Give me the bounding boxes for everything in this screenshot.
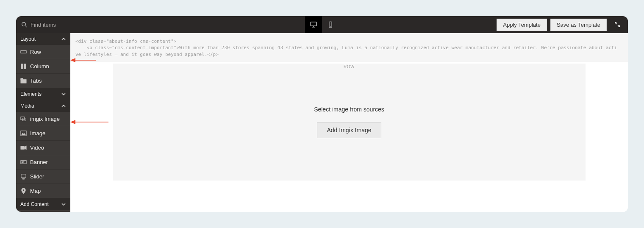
map-pin-icon [20, 188, 27, 194]
viewport-mobile-button[interactable] [322, 16, 339, 33]
search-icon [21, 22, 27, 28]
row-label: ROW [113, 64, 586, 70]
row-icon [20, 49, 27, 55]
section-media[interactable]: Media [16, 100, 70, 112]
banner-icon [20, 159, 27, 165]
sidebar-item-label: Row [30, 49, 41, 55]
chevron-down-icon [61, 202, 66, 207]
section-label: Elements [20, 91, 42, 97]
desktop-icon [310, 21, 317, 28]
video-icon [20, 145, 27, 151]
svg-marker-19 [25, 146, 26, 150]
column-icon [20, 63, 27, 70]
svg-point-26 [24, 178, 25, 179]
code-line: <div class="about-info cms-content"> [75, 39, 176, 44]
annotation-arrow-icon [70, 118, 108, 126]
viewport-desktop-button[interactable] [305, 16, 322, 33]
svg-rect-13 [21, 78, 23, 80]
page-builder-app: Apply Template Save as Template Layout R… [16, 16, 628, 212]
toolbar: Apply Template Save as Template [16, 16, 628, 33]
sidebar-item-column[interactable]: Column [16, 59, 70, 74]
section-label: Layout [20, 36, 36, 42]
html-code-block[interactable]: <div class="about-info cms-content"> <p … [70, 33, 628, 62]
fullscreen-icon [614, 22, 620, 28]
chevron-up-icon [61, 36, 66, 42]
svg-rect-10 [21, 64, 23, 69]
svg-point-27 [23, 189, 25, 191]
sidebar-item-row[interactable]: Row [16, 45, 70, 59]
sidebar-item-banner[interactable]: Banner [16, 155, 70, 170]
section-layout[interactable]: Layout [16, 33, 70, 45]
svg-point-25 [23, 178, 24, 179]
sidebar-item-label: Slider [30, 173, 44, 180]
svg-rect-12 [21, 80, 26, 83]
fullscreen-button[interactable] [610, 16, 625, 33]
svg-point-0 [22, 22, 26, 26]
code-line: <p class="cms-content-important">With mo… [75, 45, 617, 57]
svg-rect-18 [21, 146, 24, 150]
slider-icon [20, 173, 27, 180]
svg-rect-11 [24, 64, 26, 69]
svg-marker-17 [22, 133, 25, 135]
main: Layout Row Column Tabs Elements Media [16, 33, 628, 212]
select-image-text: Select image from sources [314, 106, 384, 113]
row-dropzone[interactable]: ROW Select image from sources Add Imgix … [113, 64, 586, 181]
search-input[interactable] [31, 22, 143, 28]
section-label: Add Content [20, 201, 49, 207]
svg-line-1 [25, 26, 27, 28]
svg-rect-20 [21, 161, 26, 164]
search-wrap [16, 22, 143, 28]
sidebar-item-image[interactable]: Image [16, 126, 70, 141]
sidebar-item-label: imgix Image [30, 116, 60, 122]
sidebar-item-video[interactable]: Video [16, 141, 70, 155]
sidebar-item-imgix-image[interactable]: imgix Image [16, 112, 70, 126]
svg-rect-2 [311, 22, 316, 26]
canvas[interactable]: <div class="about-info cms-content"> <p … [70, 33, 628, 212]
svg-marker-31 [70, 120, 75, 124]
sidebar: Layout Row Column Tabs Elements Media [16, 33, 70, 212]
sidebar-item-label: Map [30, 188, 41, 194]
sidebar-item-map[interactable]: Map [16, 184, 70, 198]
svg-rect-23 [21, 174, 26, 178]
save-template-button[interactable]: Save as Template [550, 19, 607, 31]
image-icon [20, 130, 27, 136]
sidebar-item-label: Image [30, 130, 45, 136]
section-elements[interactable]: Elements [16, 88, 70, 100]
toolbar-actions: Apply Template Save as Template [497, 16, 628, 33]
sidebar-item-label: Column [30, 63, 49, 70]
sidebar-item-label: Tabs [30, 78, 42, 84]
add-imgix-image-button[interactable]: Add Imgix Image [317, 122, 381, 138]
tabs-icon [20, 78, 27, 84]
svg-rect-9 [21, 51, 26, 53]
apply-template-button[interactable]: Apply Template [497, 19, 547, 31]
sidebar-item-tabs[interactable]: Tabs [16, 74, 70, 88]
sidebar-item-label: Banner [30, 159, 48, 165]
svg-point-24 [22, 178, 23, 179]
chevron-down-icon [61, 92, 66, 97]
sidebar-item-slider[interactable]: Slider [16, 170, 70, 184]
viewport-toggle [305, 16, 339, 33]
section-add-content[interactable]: Add Content [16, 198, 70, 210]
sidebar-item-label: Video [30, 145, 44, 151]
svg-point-6 [330, 26, 330, 27]
mobile-icon [327, 21, 334, 28]
chevron-up-icon [61, 103, 66, 108]
imgix-image-icon [20, 116, 27, 122]
section-label: Media [20, 103, 34, 109]
